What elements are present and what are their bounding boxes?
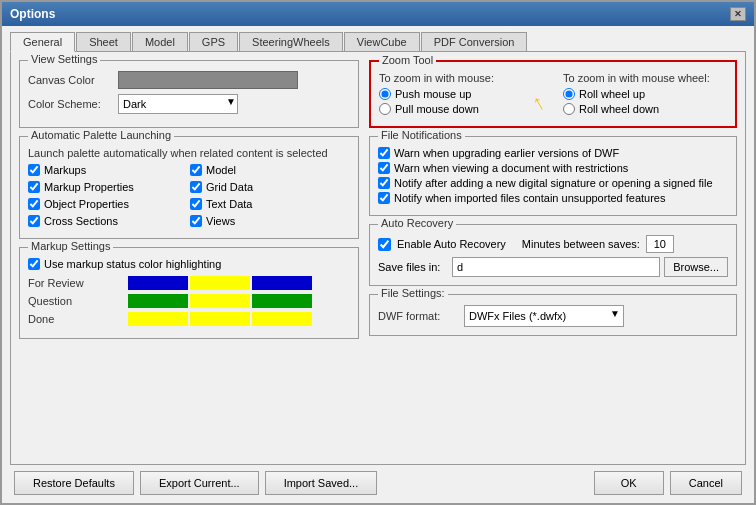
question-colors (128, 294, 312, 308)
zoom-mouse-title: To zoom in with mouse: (379, 72, 543, 84)
markup-settings-content: Use markup status color highlighting For… (28, 258, 350, 326)
minutes-label: Minutes between saves: (522, 238, 640, 250)
checkbox-markup-properties[interactable] (28, 181, 40, 193)
import-saved-button[interactable]: Import Saved... (265, 471, 378, 495)
canvas-color-swatch[interactable] (118, 71, 298, 89)
check-grid-data: Grid Data (190, 181, 350, 193)
bottom-right-buttons: OK Cancel (594, 471, 742, 495)
checkbox-highlight[interactable] (28, 258, 40, 270)
checkbox-cross-sections[interactable] (28, 215, 40, 227)
label-object-properties: Object Properties (44, 198, 129, 210)
label-notify-signature: Notify after adding a new digital signat… (394, 177, 713, 189)
question-label: Question (28, 295, 118, 307)
minutes-input[interactable] (646, 235, 674, 253)
zoom-wheel-col: To zoom in with mouse wheel: Roll wheel … (563, 72, 727, 118)
label-warn-restrictions: Warn when viewing a document with restri… (394, 162, 628, 174)
close-button[interactable]: ✕ (730, 7, 746, 21)
tab-viewcube[interactable]: ViewCube (344, 32, 420, 51)
color-scheme-row: Color Scheme: Dark Light Classic ▼ (28, 94, 350, 114)
options-window: Options ✕ General Sheet Model GPS Steeri… (0, 0, 756, 505)
view-settings-content: Canvas Color Color Scheme: Dark Light Cl… (28, 71, 350, 114)
restore-defaults-button[interactable]: Restore Defaults (14, 471, 134, 495)
view-settings-group: View Settings Canvas Color Color Scheme:… (19, 60, 359, 128)
tab-model[interactable]: Model (132, 32, 188, 51)
checkbox-object-properties[interactable] (28, 198, 40, 210)
file-settings-label: File Settings: (378, 287, 448, 299)
export-current-button[interactable]: Export Current... (140, 471, 259, 495)
color-scheme-select[interactable]: Dark Light Classic (118, 94, 238, 114)
checkbox-enable-auto-recovery[interactable] (378, 238, 391, 251)
check-warn-restrictions: Warn when viewing a document with restri… (378, 162, 728, 174)
file-notifications-group: File Notifications Warn when upgrading e… (369, 136, 737, 216)
check-object-properties: Object Properties (28, 198, 188, 210)
save-files-row: Save files in: Browse... (378, 257, 728, 277)
radio-pull-mouse-down[interactable] (379, 103, 391, 115)
checkbox-warn-upgrade[interactable] (378, 147, 390, 159)
for-review-color-1 (128, 276, 188, 290)
question-color-2 (190, 294, 250, 308)
dwf-select-wrapper: DWFx Files (*.dwfx) DWF Files (*.dwf) ▼ (464, 305, 624, 327)
color-scheme-select-wrapper: Dark Light Classic ▼ (118, 94, 238, 114)
check-markups: Markups (28, 164, 188, 176)
file-notifications-content: Warn when upgrading earlier versions of … (378, 147, 728, 204)
tab-gps[interactable]: GPS (189, 32, 238, 51)
tab-general[interactable]: General (10, 32, 75, 52)
done-color-1 (128, 312, 188, 326)
tab-pdfconversion[interactable]: PDF Conversion (421, 32, 528, 51)
checkbox-text-data[interactable] (190, 198, 202, 210)
tab-steeringwheels[interactable]: SteeringWheels (239, 32, 343, 51)
check-notify-unsupported: Notify when imported files contain unsup… (378, 192, 728, 204)
done-label: Done (28, 313, 118, 325)
checkbox-warn-restrictions[interactable] (378, 162, 390, 174)
label-pull-mouse-down: Pull mouse down (395, 103, 479, 115)
radio-push-up: Push mouse up (379, 88, 543, 100)
view-settings-label: View Settings (28, 53, 100, 65)
checkbox-markups[interactable] (28, 164, 40, 176)
auto-recovery-content: Enable Auto Recovery Minutes between sav… (378, 235, 728, 277)
save-path-input[interactable] (452, 257, 660, 277)
window-title: Options (10, 7, 55, 21)
enable-auto-recovery-row: Enable Auto Recovery Minutes between sav… (378, 235, 728, 253)
check-warn-upgrade: Warn when upgrading earlier versions of … (378, 147, 728, 159)
for-review-colors (128, 276, 312, 290)
radio-roll-down: Roll wheel down (563, 103, 727, 115)
tab-sheet[interactable]: Sheet (76, 32, 131, 51)
label-views: Views (206, 215, 235, 227)
radio-push-mouse-up[interactable] (379, 88, 391, 100)
question-row: Question (28, 294, 350, 308)
dwf-format-row: DWF format: DWFx Files (*.dwfx) DWF File… (378, 305, 728, 327)
ok-button[interactable]: OK (594, 471, 664, 495)
checkbox-views[interactable] (190, 215, 202, 227)
done-colors (128, 312, 312, 326)
checkbox-grid-data[interactable] (190, 181, 202, 193)
cancel-button[interactable]: Cancel (670, 471, 742, 495)
done-row: Done (28, 312, 350, 326)
label-markups: Markups (44, 164, 86, 176)
browse-button[interactable]: Browse... (664, 257, 728, 277)
bottom-bar: Restore Defaults Export Current... Impor… (10, 471, 746, 495)
zoom-mouse-col: To zoom in with mouse: Push mouse up Pul… (379, 72, 543, 118)
label-model: Model (206, 164, 236, 176)
save-files-label: Save files in: (378, 261, 448, 273)
for-review-color-3 (252, 276, 312, 290)
label-roll-wheel-up: Roll wheel up (579, 88, 645, 100)
title-bar-buttons: ✕ (730, 7, 746, 21)
label-enable-auto-recovery: Enable Auto Recovery (397, 238, 506, 250)
dwf-format-select[interactable]: DWFx Files (*.dwfx) DWF Files (*.dwf) (464, 305, 624, 327)
tab-bar: General Sheet Model GPS SteeringWheels V… (10, 32, 746, 51)
auto-palette-items: Markups Model Markup Properties (28, 164, 350, 230)
auto-palette-content: Launch palette automatically when relate… (28, 147, 350, 230)
done-color-3 (252, 312, 312, 326)
for-review-label: For Review (28, 277, 118, 289)
checkbox-notify-unsupported[interactable] (378, 192, 390, 204)
radio-roll-wheel-down[interactable] (563, 103, 575, 115)
checkbox-notify-signature[interactable] (378, 177, 390, 189)
for-review-row: For Review (28, 276, 350, 290)
markup-settings-group: Markup Settings Use markup status color … (19, 247, 359, 339)
label-warn-upgrade: Warn when upgrading earlier versions of … (394, 147, 619, 159)
label-text-data: Text Data (206, 198, 252, 210)
auto-palette-label: Automatic Palette Launching (28, 129, 174, 141)
check-notify-signature: Notify after adding a new digital signat… (378, 177, 728, 189)
checkbox-model[interactable] (190, 164, 202, 176)
radio-roll-wheel-up[interactable] (563, 88, 575, 100)
